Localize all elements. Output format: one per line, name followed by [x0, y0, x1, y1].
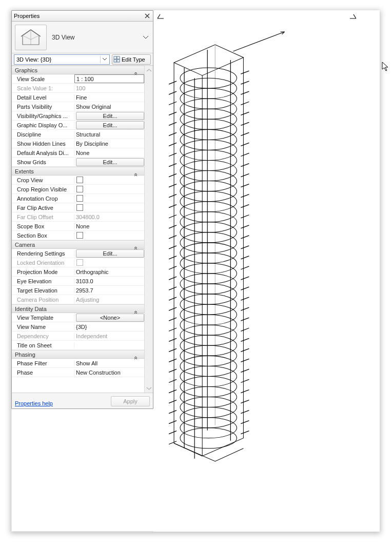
property-row[interactable]: Title on Sheet: [12, 341, 144, 350]
property-value[interactable]: [74, 204, 144, 211]
property-row[interactable]: View Template<None>: [12, 313, 144, 322]
property-row[interactable]: Phase FilterShow All: [12, 359, 144, 368]
property-label: Visibility/Graphics ...: [12, 113, 74, 119]
property-value[interactable]: 2953.7: [74, 287, 144, 294]
property-label: Show Hidden Lines: [12, 141, 74, 147]
property-row[interactable]: DisciplineStructural: [12, 130, 144, 139]
group-header[interactable]: Camera«: [12, 240, 144, 249]
property-row[interactable]: Scope BoxNone: [12, 222, 144, 231]
edit-type-button[interactable]: Edit Type: [112, 54, 151, 65]
property-row[interactable]: View Scale1 : 100: [12, 74, 144, 84]
property-label: Locked Orientation: [12, 260, 74, 266]
collapse-icon[interactable]: «: [132, 166, 140, 177]
property-value[interactable]: [74, 232, 144, 239]
scroll-track[interactable]: [145, 74, 153, 384]
checkbox[interactable]: [76, 195, 83, 202]
property-row[interactable]: Parts VisibilityShow Original: [12, 102, 144, 111]
close-icon[interactable]: [144, 13, 151, 18]
property-value[interactable]: Show All: [74, 360, 144, 366]
property-value[interactable]: New Construction: [74, 369, 144, 376]
svg-line-98: [241, 359, 249, 362]
collapse-icon[interactable]: «: [132, 349, 140, 360]
property-row[interactable]: View Name{3D}: [12, 322, 144, 332]
property-row[interactable]: PhaseNew Construction: [12, 368, 144, 377]
property-row[interactable]: Far Clip Active: [12, 203, 144, 212]
edit-button[interactable]: Edit...: [76, 158, 144, 166]
svg-line-107: [169, 421, 177, 424]
svg-rect-2: [117, 56, 120, 59]
property-value[interactable]: {3D}: [74, 324, 144, 330]
properties-help-link[interactable]: Properties help: [15, 400, 111, 406]
property-value[interactable]: Edit...: [74, 158, 144, 166]
collapse-icon[interactable]: «: [132, 240, 140, 250]
property-row[interactable]: DependencyIndependent: [12, 332, 144, 341]
property-value[interactable]: Show Original: [74, 104, 144, 110]
property-value[interactable]: None: [74, 223, 144, 229]
property-row[interactable]: Camera PositionAdjusting: [12, 295, 144, 304]
property-row[interactable]: Section Box: [12, 231, 144, 240]
property-row[interactable]: Graphic Display O...Edit...: [12, 121, 144, 130]
scroll-up-icon[interactable]: [145, 66, 153, 74]
property-value[interactable]: [74, 177, 144, 183]
property-value[interactable]: By Discipline: [74, 141, 144, 147]
apply-button[interactable]: Apply: [111, 396, 150, 406]
checkbox[interactable]: [76, 186, 83, 192]
checkbox[interactable]: [76, 259, 83, 266]
property-value[interactable]: Orthographic: [74, 269, 144, 275]
property-row[interactable]: Rendering SettingsEdit...: [12, 249, 144, 258]
property-value[interactable]: [74, 186, 144, 192]
group-header[interactable]: Graphics«: [12, 66, 144, 74]
chevron-down-icon[interactable]: [100, 56, 108, 63]
svg-line-84: [241, 287, 249, 290]
property-row[interactable]: Detail LevelFine: [12, 93, 144, 102]
edit-button[interactable]: Edit...: [76, 112, 144, 120]
property-value[interactable]: None: [74, 150, 144, 156]
scroll-down-icon[interactable]: [145, 384, 153, 393]
edit-button[interactable]: Edit...: [76, 249, 144, 258]
property-row[interactable]: Show GridsEdit...: [12, 158, 144, 167]
property-value[interactable]: Structural: [74, 131, 144, 138]
property-row[interactable]: Visibility/Graphics ...Edit...: [12, 111, 144, 121]
group-header[interactable]: Extents«: [12, 167, 144, 176]
checkbox[interactable]: [76, 232, 83, 239]
svg-line-44: [241, 81, 249, 84]
property-value[interactable]: Edit...: [74, 112, 144, 120]
property-row[interactable]: Far Clip Offset304800.0: [12, 212, 144, 222]
property-row[interactable]: Annotation Crop: [12, 194, 144, 203]
property-row[interactable]: Default Analysis Di...None: [12, 148, 144, 158]
checkbox[interactable]: [76, 177, 83, 183]
property-row[interactable]: Crop Region Visible: [12, 185, 144, 194]
panel-titlebar[interactable]: Properties: [12, 11, 153, 22]
group-header[interactable]: Phasing«: [12, 350, 144, 359]
property-row[interactable]: Target Elevation2953.7: [12, 286, 144, 295]
property-value[interactable]: Edit...: [74, 121, 144, 129]
svg-rect-4: [117, 60, 120, 62]
property-grid[interactable]: Graphics«View Scale1 : 100Scale Value 1:…: [12, 66, 153, 393]
checkbox[interactable]: [76, 204, 83, 211]
property-row[interactable]: Crop View: [12, 176, 144, 185]
property-value[interactable]: 3103.0: [74, 278, 144, 284]
edit-button[interactable]: Edit...: [76, 121, 144, 129]
property-value[interactable]: Fine: [74, 94, 144, 101]
property-row[interactable]: Projection ModeOrthographic: [12, 267, 144, 277]
collapse-icon[interactable]: «: [132, 304, 140, 314]
edit-button[interactable]: <None>: [76, 314, 144, 322]
property-row[interactable]: Scale Value 1:100: [12, 84, 144, 93]
scrollbar[interactable]: [144, 66, 153, 393]
property-value[interactable]: 1 : 100: [74, 74, 144, 83]
type-selector[interactable]: 3D View: [12, 22, 153, 53]
svg-line-108: [241, 411, 249, 414]
svg-line-60: [241, 164, 249, 167]
property-value[interactable]: <None>: [74, 314, 144, 322]
group-header[interactable]: Identity Data«: [12, 304, 144, 313]
property-row[interactable]: Eye Elevation3103.0: [12, 277, 144, 286]
3d-viewport[interactable]: [153, 10, 380, 532]
instance-select[interactable]: 3D View: {3D}: [14, 54, 110, 65]
property-row[interactable]: Locked Orientation: [12, 258, 144, 267]
property-value[interactable]: [74, 259, 144, 266]
dropdown-caret-icon[interactable]: [142, 36, 150, 39]
property-value[interactable]: Edit...: [74, 249, 144, 258]
property-row[interactable]: Show Hidden LinesBy Discipline: [12, 139, 144, 148]
property-value[interactable]: [74, 195, 144, 202]
collapse-icon[interactable]: «: [132, 66, 140, 75]
